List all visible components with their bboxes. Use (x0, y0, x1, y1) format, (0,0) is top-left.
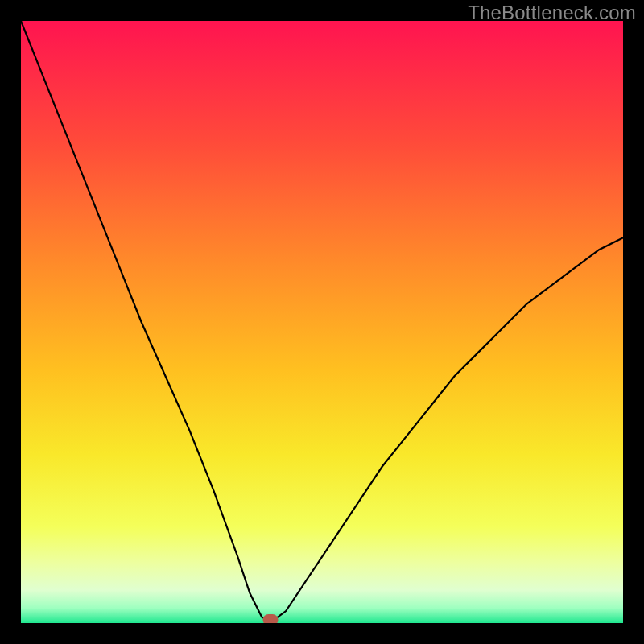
chart-frame: TheBottleneck.com (0, 0, 644, 644)
optimal-point-marker (263, 614, 279, 623)
plot-area (21, 21, 623, 623)
bottleneck-curve (21, 21, 623, 623)
watermark-text: TheBottleneck.com (468, 2, 636, 24)
